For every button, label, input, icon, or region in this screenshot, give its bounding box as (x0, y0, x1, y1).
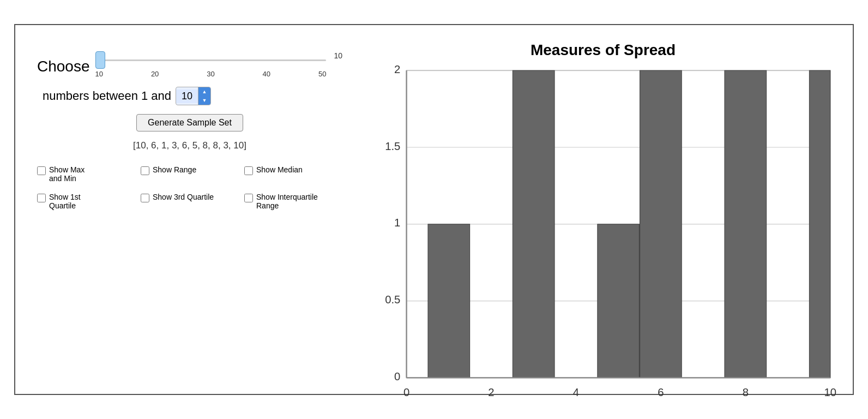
checkbox-maxmin: Show Maxand Min (37, 165, 135, 183)
slider-label-50: 50 (318, 70, 326, 78)
spinbox-buttons: ▲ ▼ (198, 87, 210, 105)
show-q1-checkbox[interactable] (37, 194, 46, 202)
checkbox-range: Show Range (141, 165, 239, 183)
slider-track-area (95, 47, 327, 69)
slider-container: 10 20 30 40 50 (95, 47, 327, 78)
svg-text:2: 2 (488, 386, 494, 398)
spinbox-up-button[interactable]: ▲ (198, 87, 210, 96)
chart-area: 0 0.5 1 1.5 2 0 2 4 (370, 63, 836, 410)
bar-6 (640, 70, 682, 378)
slider-row: Choose 10 20 30 40 50 10 (37, 47, 342, 78)
svg-text:0.5: 0.5 (385, 294, 400, 306)
show-maxmin-label: Show Maxand Min (49, 165, 85, 183)
dataset-display: [10, 6, 1, 3, 6, 5, 8, 8, 3, 10] (37, 140, 342, 151)
generate-sample-set-button[interactable]: Generate Sample Set (136, 114, 243, 131)
show-iqr-label: Show InterquartileRange (256, 193, 318, 210)
checkbox-q1: Show 1stQuartile (37, 193, 135, 210)
checkbox-iqr: Show InterquartileRange (244, 193, 342, 210)
right-panel: Measures of Spread 0 0.5 1 1.5 (364, 36, 842, 383)
svg-text:6: 6 (658, 386, 664, 398)
show-median-checkbox[interactable] (244, 166, 253, 175)
slider-right-label: 10 (334, 51, 342, 60)
numbers-between-label: numbers between 1 and (43, 89, 171, 103)
sample-size-slider[interactable] (95, 59, 327, 61)
show-q3-checkbox[interactable] (141, 194, 149, 202)
show-maxmin-checkbox[interactable] (37, 166, 46, 175)
svg-text:2: 2 (394, 63, 400, 75)
numbers-between-row: numbers between 1 and 10 ▲ ▼ (43, 87, 342, 105)
spinbox-value: 10 (176, 89, 198, 103)
checkboxes-grid: Show Maxand Min Show Range Show Median S… (37, 165, 342, 210)
show-q3-label: Show 3rd Quartile (153, 193, 214, 201)
max-value-spinbox[interactable]: 10 ▲ ▼ (176, 87, 211, 105)
bar-5 (598, 224, 640, 378)
show-iqr-checkbox[interactable] (244, 194, 253, 202)
checkbox-q3: Show 3rd Quartile (141, 193, 239, 210)
chart-svg: 0 0.5 1 1.5 2 0 2 4 (370, 63, 836, 410)
choose-label: Choose (37, 58, 90, 75)
svg-text:1: 1 (394, 217, 400, 229)
bar-3 (513, 70, 554, 378)
svg-text:1.5: 1.5 (385, 140, 400, 152)
show-median-label: Show Median (256, 165, 303, 174)
generate-row: Generate Sample Set (37, 114, 342, 131)
svg-text:0: 0 (403, 386, 409, 398)
slider-label-40: 40 (263, 70, 270, 78)
show-q1-label: Show 1stQuartile (49, 193, 81, 210)
main-container: Choose 10 20 30 40 50 10 numbers between… (14, 24, 854, 395)
spinbox-down-button[interactable]: ▼ (198, 96, 210, 105)
svg-text:4: 4 (573, 386, 579, 398)
svg-text:10: 10 (824, 386, 836, 398)
bar-1 (428, 224, 470, 378)
slider-label-10: 10 (95, 70, 103, 78)
slider-label-20: 20 (151, 70, 159, 78)
svg-text:8: 8 (743, 386, 749, 398)
show-range-label: Show Range (153, 165, 196, 174)
left-panel: Choose 10 20 30 40 50 10 numbers between… (26, 36, 353, 383)
bar-10 (809, 70, 830, 378)
checkbox-median: Show Median (244, 165, 342, 183)
chart-title: Measures of Spread (531, 41, 676, 59)
bar-8 (725, 70, 767, 378)
slider-labels: 10 20 30 40 50 (95, 70, 327, 78)
slider-label-30: 30 (207, 70, 214, 78)
svg-text:0: 0 (394, 370, 400, 382)
show-range-checkbox[interactable] (141, 166, 149, 175)
